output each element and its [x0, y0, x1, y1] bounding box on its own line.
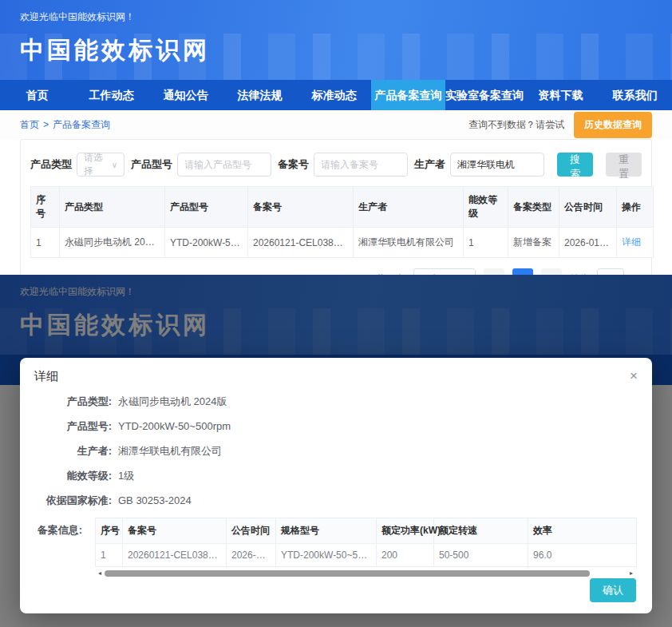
nav-item-home[interactable]: 首页: [0, 80, 74, 110]
record-info-label: 备案信息:: [36, 518, 82, 538]
field-label: 依据国家标准:: [36, 494, 112, 508]
history-area: 查询不到数据？请尝试 历史数据查询: [468, 112, 652, 138]
cell-seq: 1: [31, 228, 60, 258]
nav-item-contact[interactable]: 联系我们: [598, 80, 672, 110]
detail-link[interactable]: 详细: [622, 236, 641, 248]
detail-modal: 详细 × 产品类型: 永磁同步电动机 2024版 产品型号: YTD-200kW…: [20, 358, 652, 613]
col-record-number: 备案号: [123, 518, 227, 544]
col-rated-power: 额定功率(kW): [377, 518, 434, 544]
breadcrumb-current: 产品备案查询: [53, 118, 110, 132]
col-actions: 操作: [617, 187, 654, 228]
horizontal-scrollbar: ◂ ▸: [95, 569, 636, 577]
product-type-label: 产品类型: [30, 157, 72, 172]
col-product-type: 产品类型: [60, 187, 165, 228]
cell-announce-date: 2026-01-21: [227, 544, 276, 567]
field-value: 永磁同步电动机 2024版: [118, 395, 227, 409]
product-type-select-value: 请选择: [84, 151, 112, 178]
field-value: YTD-200kW-50~500rpm: [118, 420, 231, 432]
breadcrumb: 首页 > 产品备案查询: [20, 118, 110, 132]
field-value: GB 30253-2024: [118, 494, 192, 506]
product-query-page: 欢迎光临中国能效标识网！ 中国能效标识网 首页 工作动态 通知公告 法律法规 标…: [0, 0, 672, 275]
field-national-standard: 依据国家标准: GB 30253-2024: [36, 493, 636, 508]
cell-record-number: 20260121-CEL0382025-899016: [248, 228, 354, 258]
welcome-text: 欢迎光临中国能效标识网！: [20, 0, 672, 24]
cell-announce-date: 2026-01-21: [559, 228, 617, 258]
record-header-row: 序号 备案号 公告时间 规格型号 额定功率(kW) 额定转速 效率: [96, 518, 637, 544]
scrollbar-track[interactable]: [105, 570, 627, 577]
cell-rated-speed: 50-500: [434, 544, 528, 567]
nav-item-lab-query[interactable]: 实验室备案查询: [445, 80, 524, 110]
cell-seq: 1: [96, 544, 123, 567]
breadcrumb-home-link[interactable]: 首页: [20, 118, 39, 132]
nav-item-notices[interactable]: 通知公告: [148, 80, 223, 110]
col-producer: 生产者: [354, 187, 464, 228]
cell-product-model: YTD-200kW-50~500rpm: [165, 228, 248, 258]
record-info-section: 备案信息: 序号 备案号 公告时间: [36, 518, 636, 577]
scrollbar-thumb[interactable]: [105, 570, 590, 577]
product-model-input[interactable]: [177, 153, 271, 177]
breadcrumb-separator: >: [43, 119, 49, 130]
table-row: 1 永磁同步电动机 2024版 YTD-200kW-50~500rpm 2026…: [31, 228, 654, 258]
cell-record-type: 新增备案: [508, 228, 559, 258]
results-table: 序号 产品类型 产品型号 备案号 生产者 能效等级 备案类型 公告时间 操作 1: [30, 186, 654, 258]
product-model-label: 产品型号: [131, 157, 172, 172]
nav-item-work-news[interactable]: 工作动态: [74, 80, 148, 110]
reset-button[interactable]: 重置: [606, 153, 642, 177]
record-info-table: 序号 备案号 公告时间 规格型号 额定功率(kW) 额定转速 效率: [95, 518, 637, 567]
col-product-model: 产品型号: [165, 187, 248, 228]
record-number-input[interactable]: [314, 153, 408, 177]
cell-producer: 湘潭华联电机有限公司: [354, 228, 464, 258]
history-data-query-button[interactable]: 历史数据查询: [574, 112, 652, 138]
col-announce-date: 公告时间: [559, 187, 617, 228]
modal-header: 详细 ×: [20, 358, 652, 387]
col-seq: 序号: [31, 187, 60, 228]
cell-spec-model: YTD-200kW-50~500rpm: [276, 544, 377, 567]
field-product-type: 产品类型: 永磁同步电动机 2024版: [36, 394, 636, 409]
table-row: 1 20260121-CEL0382025-899016 2026-01-21 …: [96, 544, 637, 567]
modal-footer: 确认: [20, 577, 652, 615]
scroll-right-icon[interactable]: ▸: [627, 569, 636, 577]
col-rated-speed: 额定转速: [434, 518, 528, 544]
cell-efficiency: 96.0: [528, 544, 637, 567]
field-value: 湘潭华联电机有限公司: [118, 444, 222, 458]
history-hint: 查询不到数据？请尝试: [468, 118, 564, 132]
col-spec-model: 规格型号: [276, 518, 377, 544]
record-number-label: 备案号: [278, 157, 309, 172]
scroll-left-icon[interactable]: ◂: [95, 569, 105, 577]
cell-energy-grade: 1: [464, 228, 508, 258]
site-header: 欢迎光临中国能效标识网！ 中国能效标识网: [0, 0, 672, 80]
main-nav: 首页 工作动态 通知公告 法律法规 标准动态 产品备案查询 实验室备案查询 资料…: [0, 80, 672, 110]
nav-item-product-query[interactable]: 产品备案查询: [371, 80, 445, 110]
field-producer: 生产者: 湘潭华联电机有限公司: [36, 443, 636, 458]
cell-record-number: 20260121-CEL0382025-899016: [123, 544, 227, 567]
modal-title: 详细: [34, 369, 58, 384]
close-icon[interactable]: ×: [630, 369, 638, 383]
product-type-select[interactable]: 请选择 ∨: [77, 153, 125, 177]
cell-rated-power: 200: [377, 544, 434, 567]
cell-product-type: 永磁同步电动机 2024版: [60, 228, 165, 258]
field-value: 1级: [118, 469, 134, 483]
field-label: 产品类型:: [36, 395, 112, 409]
producer-label: 生产者: [414, 157, 445, 172]
field-product-model: 产品型号: YTD-200kW-50~500rpm: [36, 419, 636, 434]
confirm-button[interactable]: 确认: [590, 578, 636, 602]
search-form: 产品类型 请选择 ∨ 产品型号 备案号 生产者 搜索 重置: [30, 149, 642, 186]
field-energy-grade: 能效等级: 1级: [36, 468, 636, 483]
breadcrumb-bar: 首页 > 产品备案查询 查询不到数据？请尝试 历史数据查询: [0, 110, 672, 139]
producer-input[interactable]: [450, 153, 544, 177]
results-header-row: 序号 产品类型 产品型号 备案号 生产者 能效等级 备案类型 公告时间 操作: [31, 187, 654, 228]
nav-item-standards[interactable]: 标准动态: [297, 80, 371, 110]
col-record-number: 备案号: [248, 187, 354, 228]
nav-item-laws[interactable]: 法律法规: [223, 80, 297, 110]
nav-item-downloads[interactable]: 资料下载: [524, 80, 598, 110]
field-label: 产品型号:: [36, 419, 112, 434]
col-announce-date: 公告时间: [227, 518, 276, 544]
detail-dialog-view: 欢迎光临中国能效标识网！ 中国能效标识网 详细 × 产品类型: 永磁同步电动机 …: [0, 275, 672, 627]
modal-body: 产品类型: 永磁同步电动机 2024版 产品型号: YTD-200kW-50~5…: [20, 387, 652, 577]
field-label: 生产者:: [36, 444, 112, 458]
col-record-type: 备案类型: [508, 187, 559, 228]
field-label: 能效等级:: [36, 469, 112, 483]
search-button[interactable]: 搜索: [557, 153, 593, 177]
chevron-down-icon: ∨: [112, 161, 117, 169]
col-efficiency: 效率: [528, 518, 637, 544]
